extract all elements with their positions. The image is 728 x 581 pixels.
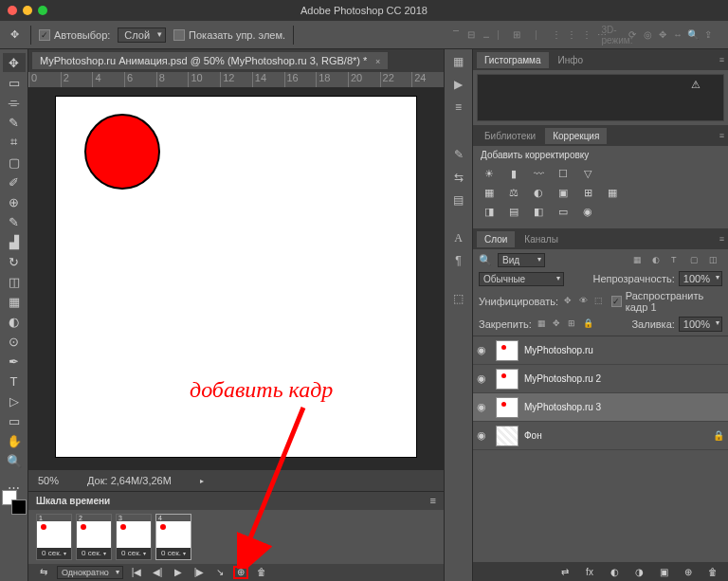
layer-name[interactable]: MyPhotoshop.ru [524,345,593,355]
lock-pixels-icon[interactable]: ▦ [537,318,549,330]
blend-mode-select[interactable]: Обычные [479,272,564,286]
search-icon[interactable]: 🔍 [479,254,492,266]
invert-icon[interactable]: ◨ [481,204,498,219]
delete-frame-icon[interactable]: 🗑 [254,566,269,579]
cube-icon[interactable]: ⬚ [449,290,468,307]
unify-style-icon[interactable]: ⬚ [594,296,606,307]
frame-delay[interactable]: 0 сек. [156,548,191,559]
filter-adjust-icon[interactable]: ◐ [652,255,665,266]
brightness-icon[interactable]: ☀ [481,166,498,181]
share-icon[interactable]: ⇪ [701,28,715,42]
lasso-tool[interactable]: ⌯ [3,93,26,112]
loop-select[interactable]: Однократно [57,566,123,579]
lock-all-icon[interactable]: 🔒 [583,318,594,330]
frame-delay[interactable]: 0 сек. [77,548,111,559]
maximize-window-icon[interactable] [38,6,47,15]
opacity-value[interactable]: 100% [679,271,722,286]
layer-thumbnail[interactable] [496,369,519,390]
shape-tool[interactable]: ▭ [3,411,26,430]
align-right-icon[interactable]: ⎹ [525,28,538,42]
new-frame-button[interactable]: ⊕ [233,566,248,579]
new-layer-icon[interactable]: ⊕ [681,565,696,578]
lock-artboard-icon[interactable]: ⊞ [568,318,579,330]
brush-tool[interactable]: ✎ [3,212,26,231]
close-window-icon[interactable] [8,6,17,15]
exposure-icon[interactable]: ☐ [555,166,572,181]
visibility-icon[interactable]: ◉ [477,372,490,385]
doc-size[interactable]: Док: 2,64M/3,26M [87,475,172,486]
layer-thumbnail[interactable] [496,397,519,418]
align-bottom-icon[interactable]: ⎽ [480,28,493,42]
loop-menu-icon[interactable]: ⇆ [36,566,51,579]
minimize-window-icon[interactable] [23,6,32,15]
layer-filter-kind[interactable]: Вид [498,253,545,267]
adjustments-tab[interactable]: Коррекция [545,128,607,144]
search-icon[interactable]: 🔍 [686,28,700,42]
filter-type-icon[interactable]: T [671,255,684,266]
visibility-icon[interactable]: ◉ [477,344,490,356]
posterize-icon[interactable]: ▤ [505,204,522,219]
align-left-icon[interactable]: ⎸ [495,28,508,42]
frame-2[interactable]: 2 0 сек. [76,514,112,560]
marquee-tool[interactable]: ▭ [3,73,26,92]
link-layers-icon[interactable]: ⇄ [557,565,573,578]
document-canvas[interactable] [56,97,416,457]
threshold-icon[interactable]: ◧ [530,204,547,219]
frame-3[interactable]: 3 0 сек. [116,514,152,560]
unify-visibility-icon[interactable]: 👁 [579,296,591,307]
eyedropper-tool[interactable]: ✐ [3,172,26,191]
levels-icon[interactable]: ▮ [505,166,522,181]
healing-tool[interactable]: ⊕ [3,192,26,211]
balance-icon[interactable]: ⚖ [505,185,522,200]
layers-tab[interactable]: Слои [477,231,515,247]
play-panel-icon[interactable]: ▶ [449,76,468,93]
frame-delay[interactable]: 0 сек. [37,548,71,559]
filter-pixel-icon[interactable]: ▦ [633,255,646,266]
layer-item[interactable]: ◉ MyPhotoshop.ru [473,336,728,365]
rotate-3d-icon[interactable]: ⟳ [626,28,639,42]
propagate-frame-checkbox[interactable]: ✓Распространить кадр 1 [611,290,722,313]
visibility-icon[interactable]: ◉ [477,401,490,413]
prop-panel-icon[interactable]: ⇆ [449,169,468,186]
filter-shape-icon[interactable]: ▢ [690,255,703,266]
char-panel-icon[interactable]: ▤ [449,191,468,209]
layer-item[interactable]: ◉ Фон 🔒 [473,422,728,450]
align-top-icon[interactable]: ⎺ [449,28,463,42]
stamp-tool[interactable]: ▟ [3,232,26,251]
panel-menu-icon[interactable]: ≡ [719,55,724,64]
layer-thumbnail[interactable] [496,340,519,361]
panel-menu-icon[interactable]: ≡ [430,495,436,506]
photo-filter-icon[interactable]: ▣ [555,185,572,200]
blur-tool[interactable]: ◐ [3,312,26,331]
canvas-area[interactable]: 024681012141618202224 [28,72,444,470]
hand-tool[interactable]: ✋ [3,431,26,450]
document-tab[interactable]: MyPhotoshop.ru Анимация.psd @ 50% (MyPho… [32,52,388,69]
layer-item[interactable]: ◉ MyPhotoshop.ru 2 [473,365,728,393]
fill-value[interactable]: 100% [679,317,722,332]
red-circle-shape[interactable] [84,114,160,190]
slide-icon[interactable]: ↔ [671,28,684,42]
visibility-icon[interactable]: ◉ [477,429,490,442]
crop-tool[interactable]: ⌗ [3,133,26,152]
unify-position-icon[interactable]: ✥ [564,296,575,307]
gradient-tool[interactable]: ▦ [3,292,26,311]
vibrance-icon[interactable]: ▽ [579,166,596,181]
lookup-icon[interactable]: ▦ [604,185,621,200]
layer-name[interactable]: Фон [524,430,542,441]
libraries-tab[interactable]: Библиотеки [477,128,543,144]
align-vcenter-icon[interactable]: ⊟ [464,28,478,42]
play-icon[interactable]: ▶ [171,566,186,579]
gradient-map-icon[interactable]: ▭ [555,204,572,219]
layer-name[interactable]: MyPhotoshop.ru 3 [524,402,601,412]
layer-name[interactable]: MyPhotoshop.ru 2 [524,373,601,384]
group-icon[interactable]: ▣ [656,565,671,578]
panel-menu-icon[interactable]: ≡ [719,234,724,244]
mask-icon[interactable]: ◐ [607,565,622,578]
orbit-icon[interactable]: ◎ [641,28,654,42]
frame-4[interactable]: 4 0 сек. [155,514,191,560]
panel-menu-icon[interactable]: ≡ [719,131,724,140]
frame-delay[interactable]: 0 сек. [117,548,151,559]
bw-icon[interactable]: ◐ [530,185,547,200]
prev-frame-icon[interactable]: ◀| [150,566,165,579]
selective-color-icon[interactable]: ◉ [579,204,596,219]
